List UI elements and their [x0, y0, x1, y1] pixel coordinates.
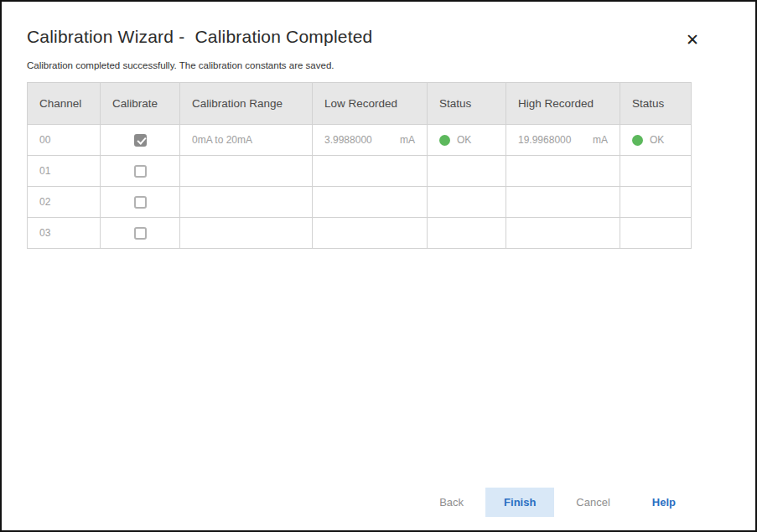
calibration-range-cell: 0mA to 20mA	[180, 125, 313, 156]
low-recorded-cell	[313, 218, 428, 249]
low-status-cell	[428, 187, 506, 218]
column-header-status-high: Status	[620, 83, 692, 125]
high-recorded-value: 19.9968000	[518, 134, 571, 146]
channel-cell: 01	[28, 156, 101, 187]
close-icon[interactable]: ✕	[679, 28, 706, 51]
column-header-calibration-range: Calibration Range	[180, 83, 313, 125]
channel-cell: 02	[28, 187, 101, 218]
calibration-range-cell	[180, 156, 313, 187]
calibration-table: Channel Calibrate Calibration Range Low …	[27, 82, 692, 249]
high-status-cell	[620, 187, 692, 218]
high-recorded-cell	[506, 187, 620, 218]
column-header-channel: Channel	[28, 83, 101, 125]
cancel-button[interactable]: Cancel	[563, 488, 623, 517]
calibrate-cell	[101, 125, 180, 156]
low-status-cell	[428, 156, 506, 187]
high-status-cell: OK	[620, 125, 692, 156]
calibration-wizard-dialog: Calibration Wizard - Calibration Complet…	[0, 0, 757, 532]
dialog-footer: Back Finish Cancel Help	[426, 488, 689, 517]
table-row-channel-00: 00 0mA to 20mA 3.9988000 mA OK	[28, 125, 692, 156]
status-message: Calibration completed successfully. The …	[27, 60, 334, 70]
calibration-range-cell	[180, 218, 313, 249]
column-header-high-recorded: High Recorded	[506, 83, 620, 125]
low-recorded-unit: mA	[400, 134, 415, 146]
high-recorded-cell	[506, 218, 620, 249]
calibrate-checkbox[interactable]	[134, 227, 147, 240]
calibrate-cell	[101, 187, 180, 218]
low-recorded-value: 3.9988000	[324, 134, 372, 146]
high-status-label: OK	[650, 134, 664, 146]
finish-button[interactable]: Finish	[485, 488, 554, 517]
low-status-label: OK	[457, 134, 471, 146]
low-status-cell: OK	[428, 125, 506, 156]
column-header-calibrate: Calibrate	[101, 83, 180, 125]
status-ok-icon	[632, 135, 643, 146]
help-button[interactable]: Help	[639, 488, 689, 517]
calibrate-checkbox[interactable]	[134, 134, 147, 147]
column-header-status-low: Status	[428, 83, 506, 125]
table-row-channel-02: 02	[28, 187, 692, 218]
high-recorded-unit: mA	[593, 134, 608, 146]
low-recorded-cell: 3.9988000 mA	[313, 125, 428, 156]
low-status-cell	[428, 218, 506, 249]
column-header-low-recorded: Low Recorded	[313, 83, 428, 125]
high-recorded-cell: 19.9968000 mA	[506, 125, 620, 156]
low-recorded-cell	[313, 156, 428, 187]
table-row-channel-03: 03	[28, 218, 692, 249]
channel-cell: 03	[28, 218, 101, 249]
calibration-range-cell	[180, 187, 313, 218]
calibrate-cell	[101, 156, 180, 187]
table-row-channel-01: 01	[28, 156, 692, 187]
back-button[interactable]: Back	[426, 488, 477, 517]
calibrate-checkbox[interactable]	[134, 165, 147, 178]
high-status-cell	[620, 156, 692, 187]
channel-cell: 00	[28, 125, 101, 156]
high-status-cell	[620, 218, 692, 249]
low-recorded-cell	[313, 187, 428, 218]
status-ok-icon	[439, 135, 450, 146]
calibrate-checkbox[interactable]	[134, 196, 147, 209]
calibrate-cell	[101, 218, 180, 249]
table-header-row: Channel Calibrate Calibration Range Low …	[28, 83, 692, 125]
dialog-title: Calibration Wizard - Calibration Complet…	[27, 27, 372, 47]
high-recorded-cell	[506, 156, 620, 187]
